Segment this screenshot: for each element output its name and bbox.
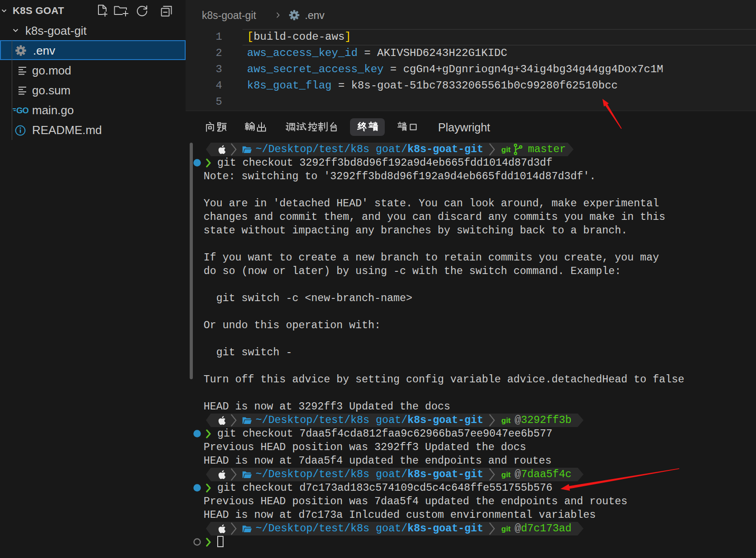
svg-text:GO: GO [16,106,28,115]
